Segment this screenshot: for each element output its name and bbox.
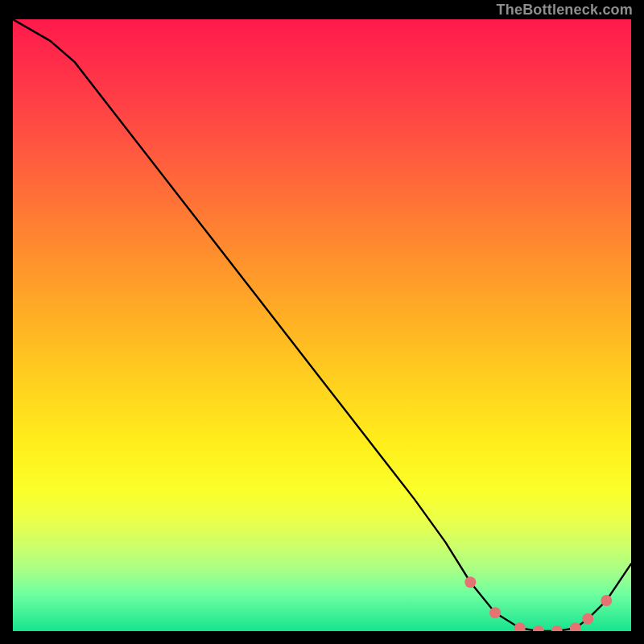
curve-marker: [533, 625, 544, 631]
watermark-text: TheBottleneck.com: [497, 2, 633, 19]
chart-stage: TheBottleneck.com: [0, 0, 644, 644]
curve-marker: [601, 595, 612, 606]
curve-layer: [13, 19, 631, 631]
curve-marker: [582, 613, 593, 625]
curve-marker: [570, 622, 581, 631]
plot-area: [13, 19, 631, 631]
curve-marker: [514, 622, 526, 631]
curve-marker: [551, 625, 563, 631]
curve-marker: [489, 607, 501, 618]
curve-marker: [464, 576, 476, 588]
bottleneck-curve-path: [13, 19, 631, 631]
